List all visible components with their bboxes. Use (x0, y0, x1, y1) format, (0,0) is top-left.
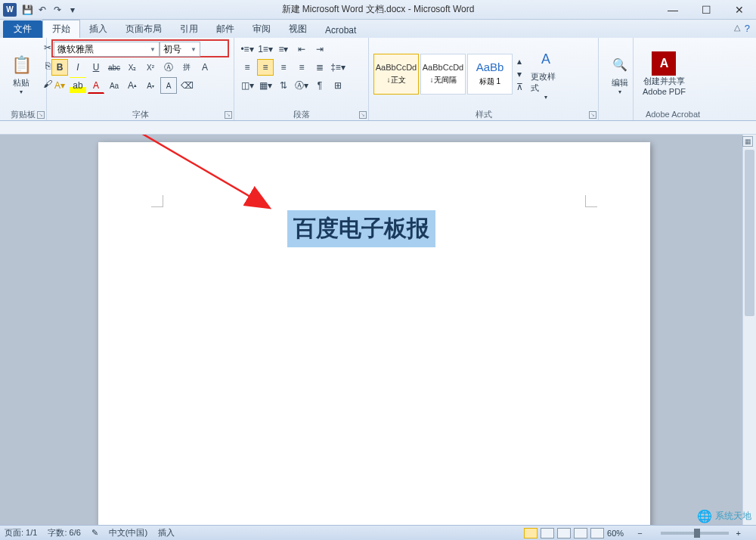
highlight-button[interactable]: ab (70, 77, 86, 94)
change-styles-button[interactable]: A 更改样式 ▾ (526, 45, 565, 102)
styles-scroller[interactable]: ▴ ▾ ⊼ (514, 55, 525, 93)
proofing-icon[interactable]: ✎ (91, 528, 98, 538)
qat-undo-icon[interactable]: ↶ (35, 2, 50, 17)
phonetic-button[interactable]: 拼 (178, 59, 195, 76)
superscript-button[interactable]: X² (142, 59, 159, 76)
decrease-indent-button[interactable]: ⇤ (293, 41, 310, 57)
group-paragraph-label: 段落 (239, 108, 364, 120)
clipboard-launcher[interactable]: ↘ (37, 111, 45, 119)
tab-insert[interactable]: 插入 (80, 20, 116, 38)
align-center-button[interactable]: ≡ (257, 59, 274, 76)
zoom-slider[interactable] (661, 532, 729, 535)
status-bar: 页面: 1/1 字数: 6/6 ✎ 中文(中国) 插入 60% − + (0, 525, 756, 540)
tab-file[interactable]: 文件 (3, 20, 42, 38)
selected-text[interactable]: 百度电子板报 (287, 210, 435, 247)
subscript-button[interactable]: X₂ (124, 59, 141, 76)
grow-font-button[interactable]: A▴ (124, 77, 141, 94)
create-share-pdf-button[interactable]: A 创建并共享 Adobe PDF (638, 39, 690, 108)
underline-button[interactable]: U (88, 59, 104, 76)
view-fullscreen-icon[interactable] (541, 528, 554, 538)
tab-mailings[interactable]: 邮件 (207, 20, 243, 38)
borders-button[interactable]: ▦▾ (257, 77, 274, 94)
multilevel-button[interactable]: ≡▾ (275, 41, 292, 57)
shading-button[interactable]: ◫▾ (239, 77, 256, 94)
minimize-button[interactable]: — (656, 0, 689, 20)
bullets-button[interactable]: •≡▾ (239, 41, 256, 57)
bold-button[interactable]: B (51, 59, 68, 76)
char-shading-button[interactable]: A▾ (51, 77, 68, 94)
horizontal-ruler[interactable] (0, 121, 756, 135)
clear-formatting-button[interactable]: ⌫ (178, 77, 195, 94)
ruler-toggle-icon[interactable]: ▦ (742, 136, 753, 147)
styles-up-icon[interactable]: ▴ (514, 55, 525, 67)
group-paragraph: •≡▾ 1≡▾ ≡▾ ⇤ ⇥ ≡ ≡ ≡ ≡ ≣ ‡≡▾ ◫▾ ▦▾ ⇅ Ⓐ▾ … (234, 38, 369, 120)
justify-button[interactable]: ≡ (293, 59, 310, 76)
align-left-button[interactable]: ≡ (239, 59, 256, 76)
styles-down-icon[interactable]: ▾ (514, 68, 525, 80)
minimize-ribbon-icon[interactable]: △ (734, 23, 740, 34)
font-color-button[interactable]: A (88, 77, 104, 94)
tab-view[interactable]: 视图 (280, 20, 316, 38)
zoom-level[interactable]: 60% (607, 529, 624, 538)
shrink-font-button[interactable]: A▾ (142, 77, 159, 94)
adobe-icon: A (652, 51, 676, 76)
qat-customize-icon[interactable]: ▾ (65, 2, 80, 17)
document-area: 百度电子板报 (0, 135, 756, 525)
line-spacing-button[interactable]: ‡≡▾ (330, 59, 346, 76)
zoom-in-button[interactable]: + (736, 529, 741, 538)
numbering-button[interactable]: 1≡▾ (257, 41, 274, 57)
italic-button[interactable]: I (70, 59, 86, 76)
font-launcher[interactable]: ↘ (225, 111, 232, 119)
tab-acrobat[interactable]: Acrobat (316, 23, 365, 38)
snap-grid-button[interactable]: ⊞ (330, 77, 346, 94)
qat-save-icon[interactable]: 💾 (20, 2, 35, 17)
sort-button[interactable]: ⇅ (275, 77, 292, 94)
tab-references[interactable]: 引用 (171, 20, 207, 38)
margin-corner-tl (151, 195, 163, 207)
text-effects-button[interactable]: Ⓐ (160, 59, 177, 76)
align-right-button[interactable]: ≡ (275, 59, 292, 76)
page-status[interactable]: 页面: 1/1 (5, 527, 37, 538)
help-icon[interactable]: ? (745, 23, 750, 34)
style-heading1[interactable]: AaBb 标题 1 (467, 54, 513, 95)
paste-label: 粘贴 (13, 77, 29, 88)
group-adobe-label: Adobe Acrobat (638, 108, 708, 120)
find-replace-button[interactable]: 🔍 编辑 ▾ (603, 39, 637, 108)
scrollbar-thumb[interactable] (745, 150, 754, 316)
paste-button[interactable]: 📋 粘贴 ▾ (5, 39, 38, 108)
view-web-icon[interactable] (557, 528, 571, 538)
maximize-button[interactable]: ☐ (689, 0, 723, 20)
word-count[interactable]: 字数: 6/6 (48, 527, 80, 538)
style-normal[interactable]: AaBbCcDd ↓正文 (373, 54, 419, 95)
zoom-slider-knob[interactable] (694, 529, 700, 538)
language-status[interactable]: 中文(中国) (109, 527, 147, 538)
font-name-combo[interactable]: 微软雅黑▼ (54, 42, 160, 57)
word-app-icon: W (3, 3, 17, 17)
change-case-button[interactable]: Aa (106, 77, 122, 94)
styles-more-icon[interactable]: ⊼ (514, 81, 525, 93)
insert-mode[interactable]: 插入 (158, 527, 175, 538)
paragraph-launcher[interactable]: ↘ (359, 111, 367, 119)
char-border-button[interactable]: A (197, 59, 213, 76)
font-size-combo[interactable]: 初号▼ (160, 42, 200, 57)
distribute-button[interactable]: ≣ (311, 59, 328, 76)
vertical-scrollbar[interactable] (742, 135, 756, 525)
tab-page-layout[interactable]: 页面布局 (116, 20, 171, 38)
document-page[interactable]: 百度电子板报 (98, 142, 650, 525)
show-marks-button[interactable]: ¶ (311, 77, 328, 94)
styles-launcher[interactable]: ↘ (589, 111, 596, 119)
increase-indent-button[interactable]: ⇥ (311, 41, 328, 57)
qat-redo-icon[interactable]: ↷ (50, 2, 65, 17)
tab-review[interactable]: 审阅 (243, 20, 280, 38)
asian-layout-button[interactable]: Ⓐ▾ (293, 77, 310, 94)
zoom-out-button[interactable]: − (637, 529, 642, 538)
close-button[interactable]: ✕ (723, 0, 756, 20)
strikethrough-button[interactable]: abc (106, 59, 122, 76)
view-outline-icon[interactable] (574, 528, 587, 538)
tab-home[interactable]: 开始 (42, 20, 80, 38)
view-draft-icon[interactable] (590, 528, 604, 538)
style-no-spacing[interactable]: AaBbCcDd ↓无间隔 (420, 54, 466, 95)
style-normal-preview: AaBbCcDd (376, 63, 417, 72)
view-print-layout-icon[interactable] (524, 528, 538, 538)
enclose-char-button[interactable]: A (160, 77, 177, 94)
